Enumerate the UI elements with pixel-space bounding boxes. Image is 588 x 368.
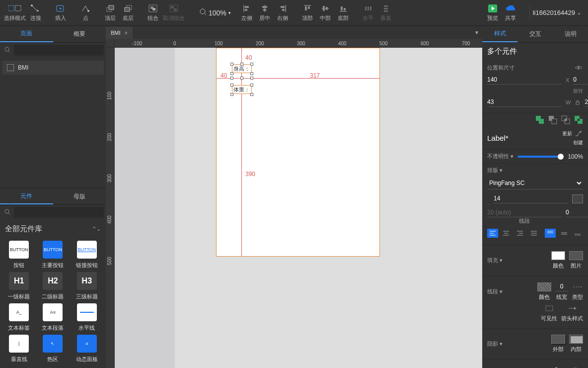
widget-label-weight[interactable]: 体重： [232, 85, 252, 94]
top-layer-button[interactable]: 顶层 [101, 1, 119, 24]
bool-subtract-icon[interactable] [548, 115, 557, 124]
canvas-wrap[interactable]: -1000100200300400500600700 1002003004005… [106, 39, 482, 368]
close-icon[interactable]: × [125, 30, 128, 36]
bool-exclude-icon[interactable] [574, 115, 583, 124]
font-size-input[interactable] [494, 194, 568, 203]
inner-shadow-button[interactable]: 内部 [569, 335, 583, 353]
selection-handle[interactable] [230, 72, 233, 75]
selection-handle[interactable] [250, 77, 253, 80]
widget-item[interactable]: |垂直线 [2, 335, 36, 363]
ungroup-button[interactable]: 取消组合 [162, 1, 186, 24]
border-width-input[interactable] [555, 282, 568, 291]
font-weight-select[interactable]: Regular [487, 192, 490, 205]
align-right-button[interactable]: 右侧 [274, 1, 292, 24]
widget-item[interactable]: BUTTON主要按钮 [36, 241, 70, 269]
arrow-style-button[interactable]: 箭头样式 [561, 304, 583, 322]
update-style-button[interactable]: 更新 [562, 130, 572, 137]
artboard-area[interactable]: 身高： 体重： 40 [115, 48, 482, 368]
selection-handle[interactable] [240, 77, 243, 80]
visibility-icon[interactable] [574, 63, 583, 72]
opacity-slider[interactable] [517, 156, 564, 158]
outer-shadow-button[interactable]: 外部 [551, 335, 565, 353]
border-color-button[interactable]: 颜色 [537, 282, 551, 301]
widget-item[interactable]: A_文本标签 [2, 303, 36, 332]
selection-handle[interactable] [250, 93, 253, 96]
tab-notes[interactable]: 说明 [553, 26, 588, 42]
page-artboard[interactable]: 身高： 体重： 40 [216, 48, 380, 257]
text-align-right-button[interactable] [514, 229, 525, 238]
selection-handle[interactable] [250, 63, 253, 66]
widget-item[interactable]: BUTTON按钮 [2, 241, 36, 269]
text-align-justify-button[interactable] [528, 229, 539, 238]
align-top-button[interactable]: 顶部 [298, 1, 316, 24]
x-input[interactable] [487, 75, 562, 85]
text-valign-middle-button[interactable] [559, 229, 570, 238]
widget-item[interactable]: ↖热区 [36, 335, 70, 363]
selection-handle[interactable] [230, 93, 233, 96]
tab-dropdown[interactable]: ▼ [474, 30, 479, 35]
w-input[interactable] [487, 97, 562, 107]
canvas-tab-bmi[interactable]: BMI × [106, 27, 133, 39]
apply-style-icon[interactable] [574, 129, 583, 138]
tab-widgets[interactable]: 元件 [0, 188, 53, 204]
h-input[interactable] [585, 97, 588, 107]
user-menu[interactable]: li16620164429 ⌄ [533, 9, 581, 16]
share-button[interactable]: 共享 [502, 1, 519, 24]
selection-handle[interactable] [240, 63, 243, 66]
text-align-left-button[interactable] [487, 229, 498, 238]
zoom-control[interactable]: 100% ▾ [200, 8, 231, 17]
select-mode-button[interactable]: 选择模式 [3, 1, 27, 24]
selection-handle[interactable] [230, 84, 233, 87]
align-center-h-button[interactable]: 居中 [256, 1, 274, 24]
insert-button[interactable]: + 插入 [52, 1, 70, 24]
letter-spacing-input[interactable] [566, 208, 588, 217]
tab-interact[interactable]: 交互 [517, 26, 553, 42]
text-valign-bottom-button[interactable] [572, 229, 583, 238]
align-middle-button[interactable]: 中部 [316, 1, 334, 24]
search-icon[interactable] [4, 46, 11, 55]
corner-visibility-button[interactable]: 可见性 [567, 366, 583, 368]
library-select[interactable]: 全部元件库 ⌃⌄ [0, 220, 106, 238]
border-visibility-button[interactable]: 可见性 [541, 304, 557, 322]
group-button[interactable]: 组合 [144, 1, 162, 24]
border-type-button[interactable]: 类型 [572, 282, 583, 301]
preview-button[interactable]: 预览 [484, 1, 502, 24]
selection-handle[interactable] [250, 72, 253, 75]
create-style-button[interactable]: 创建 [573, 139, 583, 146]
selection-handle[interactable] [230, 63, 233, 66]
search-icon[interactable] [4, 208, 11, 217]
point-button[interactable]: 点 [76, 1, 94, 24]
widget-item[interactable]: A≡文本段落 [36, 303, 70, 332]
fill-color-button[interactable]: 颜色 [551, 251, 565, 270]
tab-outline[interactable]: 概要 [53, 26, 106, 42]
align-bottom-button[interactable]: 底部 [334, 1, 352, 24]
widget-item[interactable]: BUTTON链接按钮 [70, 241, 104, 269]
widget-item[interactable]: H1一级标题 [2, 272, 36, 300]
connect-button[interactable]: 连接 [27, 1, 45, 24]
bool-union-icon[interactable] [535, 115, 544, 124]
widget-item[interactable]: 水平线 [70, 303, 104, 332]
radius-input[interactable] [550, 366, 563, 368]
tab-masters[interactable]: 母版 [53, 188, 106, 204]
fill-image-button[interactable]: 图片 [569, 251, 583, 270]
text-align-center-button[interactable] [501, 229, 512, 238]
widget-item[interactable]: ≡动态面板 [70, 335, 104, 363]
font-family-select[interactable]: PingFang SC [487, 177, 583, 189]
tab-style[interactable]: 样式 [482, 26, 517, 42]
page-item-bmi[interactable]: BMI [2, 61, 104, 75]
align-left-button[interactable]: 左侧 [238, 1, 256, 24]
text-valign-top-button[interactable] [545, 229, 556, 238]
lock-aspect-icon[interactable] [575, 98, 581, 107]
line-height-input[interactable] [487, 208, 562, 217]
bool-intersect-icon[interactable] [561, 115, 570, 124]
distribute-v-button[interactable]: 垂直 [377, 1, 395, 24]
y-input[interactable] [573, 75, 588, 85]
color-swatch-icon[interactable] [572, 194, 583, 203]
widget-item[interactable]: H3三级标题 [70, 272, 104, 300]
tab-pages[interactable]: 页面 [0, 26, 53, 42]
selection-handle[interactable] [250, 84, 253, 87]
library-search-input[interactable] [14, 207, 104, 218]
bottom-layer-button[interactable]: 底层 [119, 1, 137, 24]
widget-item[interactable]: H2二级标题 [36, 272, 70, 300]
selection-handle[interactable] [230, 77, 233, 80]
